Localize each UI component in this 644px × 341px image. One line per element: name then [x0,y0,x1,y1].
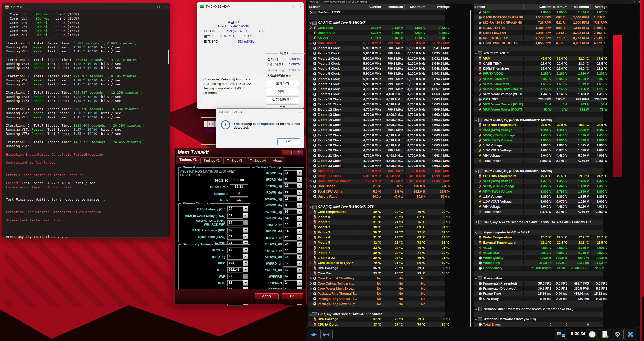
remote-monitoring-button[interactable] [555,329,567,340]
chevron-down-icon[interactable] [297,267,302,273]
scrollbar-right-table[interactable] [604,10,604,327]
sensor-row[interactable]: E-core 8-2330 °C23 °C79 °C31 °C [308,255,445,260]
column-header-minimum[interactable]: Minimum [383,4,405,10]
timing-select[interactable]: 12 [283,261,302,267]
sensor-row[interactable]: Core Effective Clocks155.4 MHz0.7 MHz6,0… [308,179,445,184]
sensor-section-row[interactable]: PresentMon [474,276,603,281]
sensor-row[interactable]: DIMM Thermistor32.0 °C26.0 °C34.0 °C28.2… [474,66,603,71]
dialog-ok-button[interactable]: OK [277,138,300,145]
sensor-row[interactable]: Framerate (Displayed)39.6 FPS0.0 FPS350.… [474,286,603,291]
tm5-test-cell[interactable]: 0 [204,121,207,127]
chevron-right-icon[interactable] [474,220,478,224]
timing-select[interactable]: 22 [283,190,302,196]
sensor-row[interactable]: P-core 730 °C20 °C71 °C30 °C [308,250,445,255]
column-header-current[interactable]: Current [524,4,553,10]
maximize-icon[interactable]: ▢ [633,1,635,3]
chevron-right-icon[interactable] [309,277,312,280]
sensor-row[interactable]: P-core 5 Clock5,900.0 MHz799.8 MHz6,100.… [308,71,445,76]
sensor-row[interactable]: P-core 131 °C21 °C76 °C32 °C [308,220,445,225]
ok-button[interactable]: OK [282,293,303,299]
tm5-test-cell[interactable]: 2 [211,121,214,127]
column-header-average[interactable]: Average [591,4,609,10]
column-header-sensor[interactable]: Sensor [474,4,524,10]
chevron-down-icon[interactable] [297,209,302,214]
sensor-row[interactable]: E-core 22 Clock4,700.0 MHz4,498.9 M...4,… [308,158,445,163]
column-header-minimum[interactable]: Minimum [553,4,569,10]
sensor-row[interactable]: Core Distance to TjMAX70 °C21 °C80 °C69 … [308,260,445,266]
hwinfo-titlebar[interactable]: HWiNFO64 - 'Save sensor status' [264 val… [306,0,642,4]
scrollbar-left-table[interactable] [470,10,471,327]
sensor-section-row[interactable]: CPU [#0]: Intel Core i9-14900KF [308,20,445,25]
sensor-row[interactable]: CASE TEMP22.0 °C20.0 °C23.0 °C21.5 °C [474,61,603,66]
sensor-row[interactable]: E-core 13 Clock4,700.0 MHz4,498.9 M...4,… [308,112,445,117]
sensor-row[interactable]: VIN Voltage5.040 V4.480 V5.040 V4.907 V [474,153,603,158]
sensor-row[interactable]: Core Thermal ThrottlingNoNoNo [308,276,445,281]
sensor-row[interactable]: P-core 230 °C22 °C69 °C31 °C [308,225,445,230]
chevron-down-icon[interactable] [243,234,248,239]
sensor-row[interactable]: E-core 10 Clock4,700.0 MHz4,498.9 M...4,… [308,97,445,102]
timing-select[interactable]: 14 [283,254,302,260]
sensor-row[interactable]: VDD (SWA) Voltage1.485 V1.455 V1.485 V1.… [474,127,603,132]
column-header-maximum[interactable]: Maximum [405,4,427,10]
sensor-row[interactable]: Uncore VID1.391 V1.306 V1.424 V1.409 V [308,30,445,35]
sensor-section-row[interactable]: Network: Intel Ethernet Controller I226-… [474,307,603,312]
terminal-titlebar[interactable]: Y90MIN – □ × [2,3,170,10]
timing-select[interactable]: 2 [283,280,302,286]
sensor-row[interactable]: P-core 3 Clock5,900.0 MHz799.8 MHz6,100.… [308,61,445,66]
chevron-down-icon[interactable] [297,235,302,240]
sensor-row[interactable]: E-core 9 Clock4,700.0 MHz4,498.9 M...4,7… [308,92,445,97]
sensor-row[interactable]: Total Power1.500 W0.875 ...7.250 W2.166 … [474,158,603,163]
timing-select[interactable]: 8 [283,203,302,209]
sensor-row[interactable]: IVR TX VDDQ1.295 V1.286 V1.326 V1.297 V [474,71,603,76]
close-icon[interactable]: × [300,110,302,114]
timing-select[interactable]: 14 [283,229,302,234]
chevron-down-icon[interactable] [297,183,302,188]
sensor-row[interactable]: 1.8V Voltage1.800 V1.800 V1.815 V1.801 V [474,194,603,199]
chevron-down-icon[interactable] [474,52,478,55]
sensor-row[interactable]: Core Critical Temperat...NoNoNo [308,281,445,286]
sensor-row[interactable]: Total Power1.375 W0.875 ...7.250 W2.269 … [474,209,603,214]
sensor-row[interactable]: Package/Ring Power Lim...NoNoNo [308,301,445,307]
chevron-down-icon[interactable] [297,280,302,286]
sensor-section-row[interactable]: DDR5 DIMM [#2] [BANK 0/Controller1-DIMM0… [474,168,603,174]
sensor-row[interactable]: VRM Vcore Current [IOUT]35 A0 A263 A58 A [474,102,603,107]
sensor-row[interactable]: VRM Vcore Power [POUT]50 W0 W314 W78 W [474,107,603,112]
sensor-row[interactable]: GPU Busy0.26 ms0.00 ms2.07 ms0.08 ms [474,296,603,301]
sensor-row[interactable]: Frame Time25.24 ms0.00 ms485.01 ms15.28 … [474,291,603,296]
minimize-icon[interactable]: – [150,5,152,9]
sensor-row[interactable]: VCC5 USB4.910 V4.880 V4.940 V4.922 V [474,250,603,255]
tm5-site-link[interactable]: testmem.tz.ru [265,74,300,78]
chevron-down-icon[interactable] [297,190,302,195]
timing-select[interactable]: 12 [227,280,248,286]
chevron-down-icon[interactable] [309,205,312,209]
sensor-row[interactable]: Total Errors000 [474,322,603,327]
apply-button[interactable]: Apply [255,293,279,299]
sensor-row[interactable]: E-core 18 Clock4,700.0 MHz4,498.9 M...4,… [308,138,445,143]
chevron-down-icon[interactable] [474,231,478,234]
sensor-row[interactable]: Core Clocks5,100.0 MHz799.8 MHz6,100.0 M… [308,41,445,46]
chevron-right-icon[interactable] [309,179,312,183]
sensor-row[interactable]: P-core 633 °C22 °C70 °C31 °C [308,245,445,250]
chevron-right-icon[interactable] [309,261,312,265]
sensor-table-header[interactable]: SensorCurrentMinimumMaximumAverage [308,4,445,10]
sensor-row[interactable]: Water Flow210.8 l/h109.0 ...212.0 l/h164… [474,260,603,266]
timing-select[interactable]: 24 [283,241,302,247]
sensor-section-row[interactable]: Windows Hardware Errors [WHEA] [474,317,603,322]
sensor-row[interactable]: Core Max33 °C26 °C79 °C35 °C [308,271,445,276]
sensor-row[interactable]: CASE WATERCOOL D54,856 RPM4,671 ...4,891… [474,41,603,46]
sensor-row[interactable]: VDDQ (SWB) Voltage1.455 V1.440 V1.470 V1… [474,133,603,138]
sensor-row[interactable]: E-core 15 Clock4,700.0 MHz4,498.9 M...4,… [308,122,445,127]
sensor-row[interactable]: Core VIDs1.435 V1.120 V1.506 V1.423 V [308,25,445,30]
sensor-row[interactable]: Bus Clock100.0 MHz100.0 MHz100.0 MHz100.… [308,168,445,174]
timing-select[interactable]: 14 [283,248,302,254]
sensor-row[interactable]: External Temperature22.1 °C20.4 °C23.3 °… [474,240,603,245]
chevron-down-icon[interactable] [309,312,312,316]
timing-select[interactable]: 704 [227,260,248,266]
sensor-row[interactable]: Core Usage2.5 %0.0 %100.0 %7.0 % [308,184,445,189]
timing-select[interactable]: 38 [227,206,248,212]
tab-timings-2[interactable]: Timings #2 [200,157,223,164]
tm5-action-button[interactable]: 홈페이지 [266,80,299,87]
tab-timings-1[interactable]: Timings #1 [176,156,200,164]
sensor-row[interactable]: Package/Ring Critical Te...NoNoNo [308,296,445,301]
sensor-row[interactable]: CPU_OPT720 RPM505 R...979 RPM730 RPM [474,97,603,102]
